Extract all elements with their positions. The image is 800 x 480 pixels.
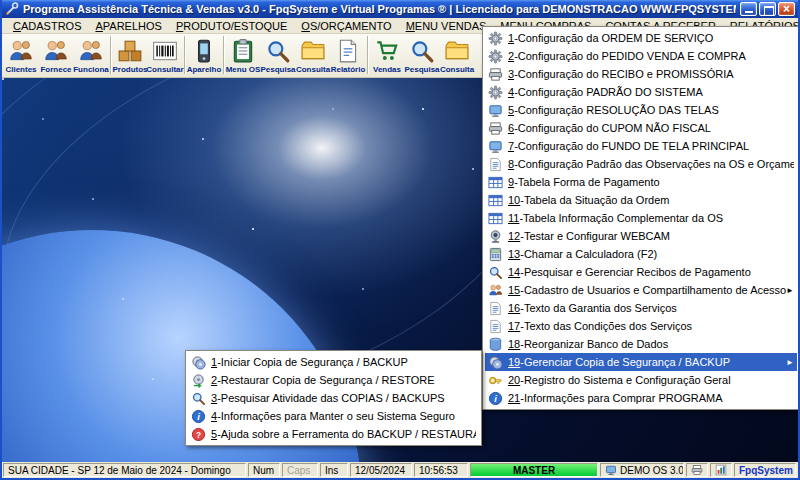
printer-icon	[488, 121, 503, 136]
toolbar-button-pesquisa[interactable]: Pesquisa	[405, 35, 439, 76]
products-icon	[117, 38, 143, 64]
status-date: 12/05/2024	[350, 463, 412, 477]
backup-icon	[488, 355, 503, 370]
menu-item-label: 1-Iniciar Copia de Segurança / BACKUP	[211, 356, 476, 368]
status-version-label: DEMO OS 3.0	[620, 465, 684, 476]
menu-item-16-texto-da-garantia-dos-servicos[interactable]: 16-Texto da Garantia dos Serviços	[485, 299, 797, 317]
status-bar: SUA CIDADE - SP 12 de Maio de 2024 - Dom…	[2, 462, 798, 478]
toolbar-button-funciona[interactable]: Funciona	[74, 35, 108, 76]
status-insert: Ins	[320, 463, 348, 477]
close-button[interactable]	[778, 2, 795, 16]
maximize-button[interactable]	[759, 2, 776, 16]
menubar-item-os-orcamento[interactable]: OS/ORÇAMENTO	[294, 19, 398, 33]
info-icon: i	[488, 391, 503, 406]
menu-item-15-cadastro-de-usuarios-e-compartilhamento-de-acesso[interactable]: 15-Cadastro de Usuarios e Compartilhamen…	[485, 281, 797, 299]
status-printer-indicator	[686, 463, 708, 477]
database-icon	[488, 337, 503, 352]
toolbar-button-fornece[interactable]: Fornece	[39, 35, 73, 76]
stars	[2, 78, 4, 80]
menu-item-9-tabela-forma-de-pagamento[interactable]: 9-Tabela Forma de Pagamento	[485, 173, 797, 191]
menubar-item-aparelhos[interactable]: APARELHOS	[88, 19, 168, 33]
backup-submenu: 1-Iniciar Copia de Segurança / BACKUP2-R…	[185, 350, 482, 446]
menubar-item-menu-vendas[interactable]: MENU VENDAS	[399, 19, 494, 33]
toolbar-separator	[367, 36, 368, 74]
menu-item-1-iniciar-copia-de-seguranca-backup[interactable]: 1-Iniciar Copia de Segurança / BACKUP	[188, 353, 479, 371]
toolbar-button-label: Consultar	[146, 65, 183, 74]
menubar-item-produto-estoque[interactable]: PRODUTO/ESTOQUE	[169, 19, 294, 33]
menu-item-label: 17-Texto das Condições dos Serviços	[508, 320, 794, 332]
menu-item-label: 4-Configuração PADRÃO DO SISTEMA	[508, 86, 794, 98]
menu-item-4-configuracao-padrao-do-sistema[interactable]: 4-Configuração PADRÃO DO SISTEMA	[485, 83, 797, 101]
table-icon	[488, 193, 503, 208]
info-icon: i	[191, 409, 206, 424]
menu-item-label: 7-Configuração do FUNDO DE TELA PRINCIPA…	[508, 140, 794, 152]
toolbar-button-produtos[interactable]: Produtos	[113, 35, 147, 76]
status-caps-lock: Caps	[282, 463, 318, 477]
menu-item-6-configuracao-do-cupom-nao-fiscal[interactable]: 6-Configuração do CUPOM NÃO FISCAL	[485, 119, 797, 137]
menubar-item-cadastros[interactable]: CADASTROS	[6, 19, 88, 33]
menu-item-11-tabela-informacao-complementar-da-os[interactable]: 11-Tabela Informação Complementar da OS	[485, 209, 797, 227]
menu-item-3-configuracao-do-recibo-e-promissoria[interactable]: 3-Configuração do RECIBO e PROMISSÓRIA	[485, 65, 797, 83]
menu-item-label: 3-Pesquisar Atividade das COPIAS / BACKU…	[211, 392, 476, 404]
webcam-icon	[488, 229, 503, 244]
menu-item-label: 5-Configuração RESOLUÇÃO DAS TELAS	[508, 104, 794, 116]
toolbar-button-aparelho[interactable]: Aparelho	[187, 35, 221, 76]
menu-item-label: 2-Configuração do PEDIDO VENDA E COMPRA	[508, 50, 794, 62]
search-icon	[409, 38, 435, 64]
minimize-button[interactable]	[740, 2, 757, 16]
toolbar-button-consultar[interactable]: Consultar	[148, 35, 182, 76]
menu-item-label: 4-Informações para Manter o seu Sistema …	[211, 410, 476, 422]
toolbar-button-consulta[interactable]: Consulta	[440, 35, 474, 76]
menu-item-4-informacoes-para-manter-o-seu-sistema-seguro[interactable]: i4-Informações para Manter o seu Sistema…	[188, 407, 479, 425]
folder-icon	[300, 38, 326, 64]
menu-item-8-configuracao-padrao-das-observacoes-na-os-e-orcamentos[interactable]: 8-Configuração Padrão das Observações na…	[485, 155, 797, 173]
menu-item-label: 21-Informações para Comprar PROGRAMA	[508, 392, 794, 404]
menu-item-12-testar-e-configurar-webcam[interactable]: 12-Testar e Configurar WEBCAM	[485, 227, 797, 245]
toolbar-button-consulta[interactable]: Consulta	[296, 35, 330, 76]
toolbar-button-label: Relatório	[331, 65, 366, 74]
help-icon: ?	[191, 427, 206, 442]
menu-item-10-tabela-da-situacao-da-ordem[interactable]: 10-Tabela da Situação da Ordem	[485, 191, 797, 209]
toolbar-button-label: Pesquisa	[404, 65, 439, 74]
status-brand: FpqSystem	[734, 463, 796, 477]
gear-icon	[488, 31, 503, 46]
toolbar-button-vendas[interactable]: Vendas	[370, 35, 404, 76]
device-icon	[191, 38, 217, 64]
toolbar-button-clientes[interactable]: Clientes	[4, 35, 38, 76]
menu-item-21-informacoes-para-comprar-programa[interactable]: i21-Informações para Comprar PROGRAMA	[485, 389, 797, 407]
menu-item-17-texto-das-condicoes-dos-servicos[interactable]: 17-Texto das Condições dos Serviços	[485, 317, 797, 335]
menu-item-label: 5-Ajuda sobre a Ferramenta do BACKUP / R…	[211, 428, 476, 440]
text-icon	[488, 319, 503, 334]
clipboard-icon	[230, 38, 256, 64]
menu-item-label: 14-Pesquisar e Gerenciar Recibos de Paga…	[508, 266, 794, 278]
menu-item-5-ajuda-sobre-a-ferramenta-do-backup-restauracao[interactable]: ?5-Ajuda sobre a Ferramenta do BACKUP / …	[188, 425, 479, 443]
toolbar-button-pesquisa[interactable]: Pesquisa	[261, 35, 295, 76]
toolbar-button-label: Pesquisa	[260, 65, 295, 74]
toolbar-button-label: Consulta	[296, 65, 330, 74]
status-location: SUA CIDADE - SP 12 de Maio de 2024 - Dom…	[3, 463, 246, 477]
toolbar-button-menu-os[interactable]: Menu OS	[226, 35, 260, 76]
gear-icon	[488, 85, 503, 100]
table-icon	[488, 175, 503, 190]
menu-item-3-pesquisar-atividade-das-copias-backups[interactable]: 3-Pesquisar Atividade das COPIAS / BACKU…	[188, 389, 479, 407]
menu-item-2-configuracao-do-pedido-venda-e-compra[interactable]: 2-Configuração do PEDIDO VENDA E COMPRA	[485, 47, 797, 65]
menu-item-label: 8-Configuração Padrão das Observações na…	[508, 158, 794, 170]
menu-item-18-reorganizar-banco-de-dados[interactable]: 18-Reorganizar Banco de Dados	[485, 335, 797, 353]
menu-item-20-registro-do-sistema-e-configuracao-geral[interactable]: 20-Registro do Sistema e Configuração Ge…	[485, 371, 797, 389]
calculator-icon	[488, 247, 503, 262]
app-window: Programa Assistência Técnica & Vendas v3…	[0, 0, 800, 480]
toolbar-button-relatorio[interactable]: Relatório	[331, 35, 365, 76]
people-icon	[8, 38, 34, 64]
restore-icon	[191, 373, 206, 388]
menu-item-14-pesquisar-e-gerenciar-recibos-de-pagamento[interactable]: 14-Pesquisar e Gerenciar Recibos de Paga…	[485, 263, 797, 281]
menu-item-5-configuracao-resolucao-das-telas[interactable]: 5-Configuração RESOLUÇÃO DAS TELAS	[485, 101, 797, 119]
menu-item-19-gerenciar-copia-de-seguranca-backup[interactable]: 19-Gerenciar Copia de Segurança / BACKUP…	[485, 353, 797, 371]
text-icon	[488, 157, 503, 172]
menu-item-label: 12-Testar e Configurar WEBCAM	[508, 230, 794, 242]
people-icon	[78, 38, 104, 64]
menu-item-2-restaurar-copia-de-seguranca-restore[interactable]: 2-Restaurar Copia de Segurança / RESTORE	[188, 371, 479, 389]
menu-item-7-configuracao-do-fundo-de-tela-principal[interactable]: 7-Configuração do FUNDO DE TELA PRINCIPA…	[485, 137, 797, 155]
menu-item-1-configuracao-da-ordem-de-servico[interactable]: 1-Configuração da ORDEM DE SERVIÇO	[485, 29, 797, 47]
status-version: DEMO OS 3.0	[600, 463, 684, 477]
menu-item-13-chamar-a-calculadora-f2[interactable]: 13-Chamar a Calculadora (F2)	[485, 245, 797, 263]
